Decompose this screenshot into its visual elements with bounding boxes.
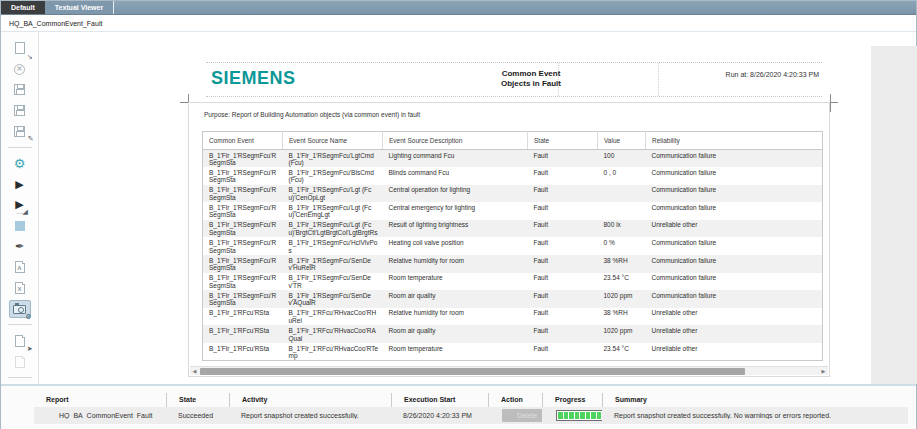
cell-event-source-name: B_1'Flr_1'RFcu'RHvacCoo'RAQual [283, 325, 383, 343]
sign-pen-icon[interactable]: ✒ [9, 237, 31, 256]
cell-common-event: B_1'Flr_1'RSegmFcu'RSegmSta [203, 202, 283, 220]
cell-value [598, 202, 646, 220]
cell-common-event: B_1'Flr_1'RSegmFcu'RSegmSta [203, 290, 283, 308]
scroll-left-arrow-icon[interactable]: ◀ [191, 368, 198, 375]
toolbar-divider [8, 147, 32, 148]
col-event-source-description[interactable]: Event Source Description [383, 132, 528, 150]
col-event-source-name[interactable]: Event Source Name [283, 132, 383, 150]
table-row[interactable]: B_1'Flr_1'RSegmFcu'RSegmSta B_1'Flr_1'RS… [203, 167, 823, 185]
breadcrumb: HQ_BA_CommonEvent_Fault [9, 20, 102, 27]
cell-event-source-description: Relative humidity for room [383, 255, 528, 273]
run-icon[interactable]: ▶ [9, 175, 31, 194]
table-row[interactable]: B_1'Flr_1'RSegmFcu'RSegmSta B_1'Flr_1'RS… [203, 185, 823, 203]
cell-value: 1020 ppm [598, 290, 646, 308]
settings-gear-icon[interactable]: ⚙ [9, 154, 31, 173]
cell-state: Fault [528, 273, 598, 291]
report-snapshot-icon[interactable]: ⚙ [9, 300, 31, 319]
pencil-icon: ✎ [28, 135, 34, 143]
cell-event-source-description: Room temperature [383, 273, 528, 291]
cell-event-source-name: B_1'Flr_1'RSegmFcu'Lgt (Fcu)'CenEmgLgt [283, 202, 383, 220]
cell-value: 0 , 0 [598, 167, 646, 185]
cancel-icon[interactable]: ✕ [9, 60, 31, 79]
table-row[interactable]: B_1'Flr_1'RSegmFcu'RSegmSta B_1'Flr_1'RS… [203, 237, 823, 255]
scrollbar-thumb[interactable] [200, 368, 745, 375]
new-report-icon[interactable]: ↘ [9, 39, 31, 58]
cell-state: Fault [528, 220, 598, 238]
save-icon[interactable] [9, 81, 31, 100]
report-canvas: SIEMENS Common Event Objects in Fault Ru… [39, 32, 871, 384]
cell-reliability: Unreliable other [646, 220, 823, 238]
cell-event-source-description: Relative humidity for room [383, 308, 528, 326]
horizontal-scrollbar[interactable]: ◀ ▶ [190, 366, 828, 375]
cell-reliability: Unreliable other [646, 325, 823, 343]
cell-value: 23.54 °C [598, 343, 646, 361]
floppy-icon [14, 84, 25, 95]
cell-event-source-description: Result of lighting brightness [383, 220, 528, 238]
siemens-logo: SIEMENS [211, 68, 296, 89]
execution-activity: Report snapshot created successfully. [229, 412, 391, 419]
gear-icon: ⚙ [25, 313, 31, 320]
ellipsis-icon: …◢ [17, 209, 27, 214]
breadcrumb-row: HQ_BA_CommonEvent_Fault [1, 16, 916, 32]
table-row[interactable]: B_1'Flr_1'RFcu'RSta B_1'Flr_1'RFcu'RHvac… [203, 343, 823, 361]
table-row[interactable]: B_1'Flr_1'RSegmFcu'RSegmSta B_1'Flr_1'RS… [203, 220, 823, 238]
save-as-icon[interactable] [9, 101, 31, 120]
table-row[interactable]: B_1'Flr_1'RFcu'RSta B_1'Flr_1'RFcu'RHvac… [203, 308, 823, 326]
cell-event-source-description: Central emergency for lighting [383, 202, 528, 220]
cell-reliability: Unreliable other [646, 343, 823, 361]
col-state[interactable]: State [528, 132, 598, 150]
cell-common-event: B_1'Flr_1'RSegmFcu'RSegmSta [203, 255, 283, 273]
save-edit-icon[interactable]: ✎ [9, 122, 31, 141]
col-activity[interactable]: Activity [229, 393, 391, 407]
col-action[interactable]: Action [488, 393, 542, 407]
col-state[interactable]: State [166, 393, 229, 407]
scroll-right-arrow-icon[interactable]: ▶ [820, 368, 827, 375]
export-pdf-icon[interactable]: A [9, 258, 31, 277]
export-excel-icon[interactable]: X [9, 279, 31, 298]
cell-state: Fault [528, 343, 598, 361]
cell-reliability: Communication failure [646, 167, 823, 185]
toolbar-divider [8, 324, 32, 325]
col-summary[interactable]: Summary [602, 393, 908, 407]
export-report-icon[interactable]: ➤ [9, 331, 31, 350]
col-progress[interactable]: Progress [542, 393, 602, 407]
import-report-icon[interactable] [9, 352, 31, 371]
col-reliability[interactable]: Reliability [646, 132, 823, 150]
cell-event-source-description: Heating coil valve position [383, 237, 528, 255]
cell-event-source-description: Room air quality [383, 290, 528, 308]
table-row[interactable]: B_1'Flr_1'RSegmFcu'RSegmSta B_1'Flr_1'RS… [203, 273, 823, 291]
table-row[interactable]: B_1'Flr_1'RFcu'RSta B_1'Flr_1'RFcu'RHvac… [203, 325, 823, 343]
cell-value: 1020 ppm [598, 325, 646, 343]
cell-event-source-name: B_1'Flr_1'RSegmFcu'SenDev'TR [283, 273, 383, 291]
cell-event-source-description: Blinds command Fcu [383, 167, 528, 185]
delete-button[interactable]: Delete [502, 409, 542, 422]
corner-arrow-icon: ↘ [27, 53, 33, 60]
table-row[interactable]: B_1'Flr_1'RSegmFcu'RSegmSta B_1'Flr_1'RS… [203, 290, 823, 308]
table-row[interactable]: B_1'Flr_1'RSegmFcu'RSegmSta B_1'Flr_1'RS… [203, 150, 823, 168]
cell-state: Fault [528, 255, 598, 273]
tab-textual-viewer[interactable]: Textual Viewer [45, 1, 114, 14]
cell-state: Fault [528, 308, 598, 326]
stop-icon[interactable] [9, 216, 31, 235]
col-execution-start[interactable]: Execution Start [391, 393, 488, 407]
report-toolbar: ↘ ✕ ✎ ⚙ ▶ ▶…◢ ✒ A X ⚙ ➤ [1, 32, 39, 384]
cell-event-source-name: B_1'Flr_1'RFcu'RHvacCoo'RTemp [283, 343, 383, 361]
document-icon [15, 42, 25, 54]
cell-value [598, 185, 646, 203]
header-separator [658, 63, 659, 96]
toolbar-divider [8, 377, 32, 378]
run-with-options-icon[interactable]: ▶…◢ [9, 196, 31, 215]
execution-state: Succeeded [166, 412, 229, 419]
cell-state: Fault [528, 202, 598, 220]
camera-icon [13, 305, 26, 314]
tab-default[interactable]: Default [1, 1, 45, 14]
cell-common-event: B_1'Flr_1'RFcu'RSta [203, 343, 283, 361]
table-row[interactable]: B_1'Flr_1'RSegmFcu'RSegmSta B_1'Flr_1'RS… [203, 255, 823, 273]
col-common-event[interactable]: Common Event [203, 132, 283, 150]
execution-row[interactable]: HQ_BA_CommonEvent_Fault Succeeded Report… [34, 407, 908, 424]
col-report[interactable]: Report [34, 393, 166, 407]
report-title: Common Event Objects in Fault [406, 69, 656, 89]
table-row[interactable]: B_1'Flr_1'RSegmFcu'RSegmSta B_1'Flr_1'RS… [203, 202, 823, 220]
cell-state: Fault [528, 185, 598, 203]
col-value[interactable]: Value [598, 132, 646, 150]
